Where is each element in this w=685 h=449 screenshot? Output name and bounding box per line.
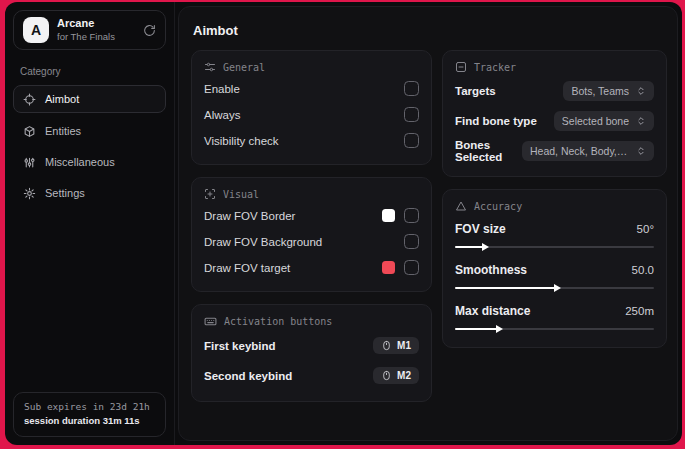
card-title: Activation buttons: [224, 316, 332, 327]
fov-target-color-swatch[interactable]: [382, 261, 395, 274]
keybind-value: M1: [397, 340, 411, 351]
refresh-icon[interactable]: [143, 24, 156, 37]
setting-row-fov-size: FOV size 50°: [455, 222, 654, 253]
card-title: Visual: [223, 189, 259, 200]
select-value: Selected bone: [562, 115, 629, 127]
sidebar-item-entities[interactable]: Entities: [13, 118, 166, 144]
activation-buttons-card: Activation buttons First keybind M1: [191, 304, 432, 402]
page-title: Aimbot: [193, 23, 667, 38]
setting-row-visibility-check: Visibility check: [204, 129, 419, 152]
accuracy-icon: [455, 200, 467, 212]
setting-label: FOV size: [455, 222, 637, 236]
gear-icon: [23, 187, 36, 200]
setting-row-always: Always: [204, 103, 419, 126]
setting-label: Draw FOV Border: [204, 210, 382, 222]
chevrons-up-down-icon: [636, 116, 646, 126]
setting-row-targets: Targets Bots, Teams: [455, 77, 654, 104]
brand-subtitle: for The Finals: [57, 31, 135, 43]
setting-label: Find bone type: [455, 115, 554, 127]
enable-checkbox[interactable]: [404, 81, 419, 96]
bones-selected-select[interactable]: Head, Neck, Body, Pe..: [522, 141, 654, 161]
avatar: A: [23, 17, 49, 43]
setting-row-draw-fov-target: Draw FOV target: [204, 256, 419, 279]
setting-label: Draw FOV target: [204, 262, 382, 274]
setting-row-bones-selected: Bones Selected Head, Neck, Body, Pe..: [455, 137, 654, 164]
sidebar-item-label: Settings: [45, 187, 85, 199]
select-value: Bots, Teams: [571, 85, 629, 97]
slider-fill: [455, 287, 555, 289]
draw-fov-background-checkbox[interactable]: [404, 234, 419, 249]
slider-fill: [455, 246, 483, 248]
sidebar-item-label: Aimbot: [45, 93, 79, 105]
setting-row-find-bone-type: Find bone type Selected bone: [455, 107, 654, 134]
setting-label: Always: [204, 109, 404, 121]
setting-label: Bones Selected: [455, 139, 522, 163]
mouse-icon: [381, 370, 392, 381]
setting-label: First keybind: [204, 340, 373, 352]
tracker-icon: [455, 61, 467, 73]
setting-label: Draw FOV Background: [204, 236, 404, 248]
chevrons-up-down-icon: [636, 86, 646, 96]
entities-icon: [23, 125, 36, 138]
setting-row-draw-fov-border: Draw FOV Border: [204, 204, 419, 227]
setting-label: Second keybind: [204, 370, 373, 382]
fov-border-color-swatch[interactable]: [382, 209, 395, 222]
setting-row-max-distance: Max distance 250m: [455, 304, 654, 335]
targets-select[interactable]: Bots, Teams: [563, 81, 654, 101]
setting-row-draw-fov-background: Draw FOV Background: [204, 230, 419, 253]
mouse-icon: [381, 340, 392, 351]
app-window: A Arcane for The Finals Category Aimbot: [5, 2, 682, 445]
sidebar-item-miscellaneous[interactable]: Miscellaneous: [13, 149, 166, 175]
setting-label: Max distance: [455, 304, 625, 318]
card-title: General: [223, 62, 265, 73]
sidebar-nav: Aimbot Entities Miscellaneous: [13, 85, 166, 206]
slider-fill: [455, 328, 497, 330]
fov-size-slider[interactable]: [455, 241, 654, 253]
find-bone-type-select[interactable]: Selected bone: [554, 111, 654, 131]
sidebar-item-aimbot[interactable]: Aimbot: [13, 85, 166, 113]
brand-card: A Arcane for The Finals: [13, 10, 166, 50]
setting-label: Targets: [455, 85, 563, 97]
card-title: Accuracy: [474, 201, 522, 212]
setting-row-smoothness: Smoothness 50.0: [455, 263, 654, 294]
visual-icon: [204, 188, 216, 200]
session-duration-text: session duration 31m 11s: [24, 414, 155, 428]
subscription-status-card: Sub expires in 23d 21h session duration …: [13, 392, 166, 438]
accuracy-card: Accuracy FOV size 50°: [442, 189, 667, 348]
chevrons-up-down-icon: [636, 146, 646, 156]
sidebar: A Arcane for The Finals Category Aimbot: [5, 2, 175, 445]
first-keybind-button[interactable]: M1: [373, 337, 419, 354]
tracker-card: Tracker Targets Bots, Teams: [442, 50, 667, 177]
setting-row-second-keybind: Second keybind M2: [204, 362, 419, 389]
sliders-icon: [23, 156, 36, 169]
smoothness-value: 50.0: [632, 264, 654, 276]
brand-title: Arcane: [57, 17, 135, 31]
visual-card: Visual Draw FOV Border Draw FOV Backgrou…: [191, 177, 432, 292]
visibility-check-checkbox[interactable]: [404, 133, 419, 148]
sidebar-item-label: Entities: [45, 125, 81, 137]
sidebar-item-settings[interactable]: Settings: [13, 180, 166, 206]
smoothness-slider[interactable]: [455, 282, 654, 294]
draw-fov-border-checkbox[interactable]: [404, 208, 419, 223]
second-keybind-button[interactable]: M2: [373, 367, 419, 384]
general-card: General Enable Always Visibility check: [191, 50, 432, 165]
main-panel: Aimbot General Enable: [178, 6, 678, 441]
setting-row-enable: Enable: [204, 77, 419, 100]
general-sliders-icon: [204, 61, 216, 73]
setting-row-first-keybind: First keybind M1: [204, 332, 419, 359]
setting-label: Visibility check: [204, 135, 404, 147]
setting-label: Smoothness: [455, 263, 632, 277]
category-label: Category: [20, 66, 166, 77]
setting-label: Enable: [204, 83, 404, 95]
keybind-value: M2: [397, 370, 411, 381]
crosshair-icon: [23, 93, 36, 106]
draw-fov-target-checkbox[interactable]: [404, 260, 419, 275]
sub-expiry-text: Sub expires in 23d 21h: [24, 400, 155, 414]
keyboard-icon: [204, 315, 217, 328]
sidebar-item-label: Miscellaneous: [45, 156, 115, 168]
max-distance-value: 250m: [625, 305, 654, 317]
max-distance-slider[interactable]: [455, 323, 654, 335]
select-value: Head, Neck, Body, Pe..: [530, 145, 629, 157]
fov-size-value: 50°: [637, 223, 654, 235]
always-checkbox[interactable]: [404, 107, 419, 122]
